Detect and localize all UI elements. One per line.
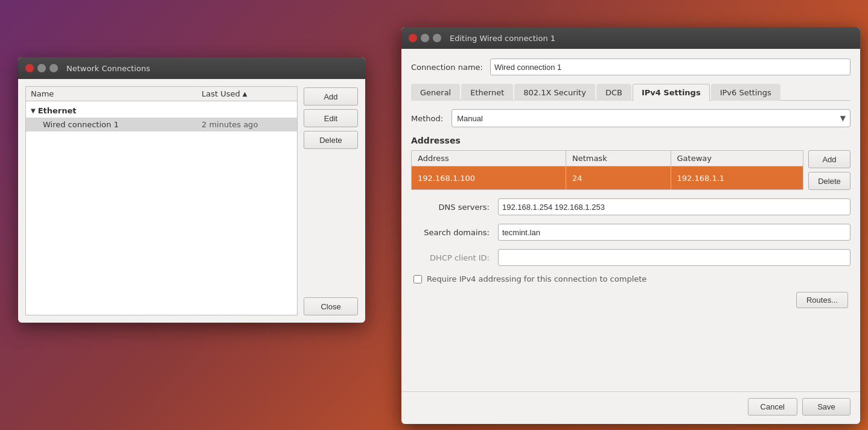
edit-title: Editing Wired connection 1: [450, 34, 555, 43]
method-label: Method:: [411, 114, 443, 123]
nc-close-button[interactable]: [25, 64, 34, 72]
cell-address: 192.168.1.100: [412, 166, 566, 190]
method-select-wrapper: Automatic (DHCP) Manual Link-Local Only …: [452, 109, 850, 127]
routes-button[interactable]: Routes...: [796, 292, 848, 308]
nc-close-button[interactable]: Close: [304, 297, 358, 315]
nc-col-name-header: Name: [31, 89, 202, 98]
col-address: Address: [412, 151, 566, 166]
addresses-table-header-row: Address Netmask Gateway: [412, 151, 803, 166]
expand-icon: ▼: [31, 107, 36, 114]
tab-ethernet[interactable]: Ethernet: [461, 84, 513, 101]
nc-connection-lastused: 2 minutes ago: [202, 120, 292, 129]
addresses-table-wrapper: Address Netmask Gateway 192.168.1.100 24…: [411, 150, 850, 190]
nc-body: Name Last Used ▲ ▼ Ethernet Wired connec…: [18, 79, 365, 323]
dhcp-client-id-label: DHCP client ID:: [411, 253, 490, 262]
edit-window: Editing Wired connection 1 Connection na…: [401, 27, 860, 424]
connection-name-row: Connection name:: [411, 58, 850, 75]
require-ipv4-checkbox[interactable]: [413, 275, 422, 283]
nc-table-body: ▼ Ethernet Wired connection 1 2 minutes …: [26, 101, 297, 315]
dhcp-client-id-row: DHCP client ID:: [411, 249, 850, 266]
nc-title: Network Connections: [66, 64, 150, 73]
col-gateway: Gateway: [671, 151, 803, 166]
ethernet-group-name: Ethernet: [38, 106, 77, 115]
nc-window: Network Connections Name Last Used ▲ ▼ E…: [18, 57, 365, 323]
addresses-section: Addresses Address Netmask Gateway 192.16…: [411, 136, 850, 190]
tab-general[interactable]: General: [411, 84, 460, 101]
addr-add-button[interactable]: Add: [808, 150, 850, 168]
nc-table-header: Name Last Used ▲: [26, 87, 297, 101]
edit-close-button[interactable]: [409, 34, 417, 42]
addresses-table: Address Netmask Gateway 192.168.1.100 24…: [411, 150, 803, 190]
addresses-label: Addresses: [411, 136, 850, 145]
connection-name-input[interactable]: [490, 58, 850, 75]
nc-titlebar: Network Connections: [18, 57, 365, 79]
nc-minimize-button[interactable]: [37, 64, 46, 72]
edit-minimize-button[interactable]: [421, 34, 429, 42]
search-domains-row: Search domains:: [411, 224, 850, 241]
connection-name-label: Connection name:: [411, 63, 483, 72]
tab-ipv6[interactable]: IPv6 Settings: [711, 84, 780, 101]
dhcp-client-id-input[interactable]: [498, 249, 850, 266]
addr-delete-button[interactable]: Delete: [808, 172, 850, 190]
col-netmask: Netmask: [566, 151, 671, 166]
edit-titlebar-buttons: [409, 34, 441, 42]
table-row[interactable]: 192.168.1.100 24 192.168.1.1: [412, 166, 803, 190]
tab-8021x[interactable]: 802.1X Security: [514, 84, 595, 101]
nc-table: Name Last Used ▲ ▼ Ethernet Wired connec…: [25, 86, 298, 315]
sort-arrow-icon: ▲: [243, 90, 247, 97]
nc-connection-name: Wired connection 1: [43, 120, 202, 129]
edit-body: Connection name: General Ethernet 802.1X…: [401, 49, 860, 391]
edit-maximize-button[interactable]: [433, 34, 441, 42]
nc-add-button[interactable]: Add: [304, 87, 358, 106]
require-ipv4-row: Require IPv4 addressing for this connect…: [411, 274, 850, 283]
dns-servers-row: DNS servers:: [411, 198, 850, 215]
cell-netmask: 24: [566, 166, 671, 190]
nc-edit-button[interactable]: Edit: [304, 109, 358, 127]
nc-list-area: Name Last Used ▲ ▼ Ethernet Wired connec…: [25, 86, 298, 315]
cancel-button[interactable]: Cancel: [748, 398, 797, 416]
save-button[interactable]: Save: [802, 398, 850, 416]
routes-row: Routes...: [411, 292, 850, 308]
dns-servers-input[interactable]: [498, 198, 850, 215]
edit-footer: Cancel Save: [401, 391, 860, 424]
search-domains-input[interactable]: [498, 224, 850, 241]
require-ipv4-label: Require IPv4 addressing for this connect…: [427, 274, 646, 283]
method-row: Method: Automatic (DHCP) Manual Link-Loc…: [411, 109, 850, 127]
addr-buttons: Add Delete: [808, 150, 850, 190]
nc-col-lastused-header: Last Used ▲: [202, 89, 292, 98]
nc-connection-row[interactable]: Wired connection 1 2 minutes ago: [26, 118, 297, 131]
cell-gateway: 192.168.1.1: [671, 166, 803, 190]
nc-delete-button[interactable]: Delete: [304, 131, 358, 149]
nc-titlebar-buttons: [25, 64, 58, 72]
tab-dcb[interactable]: DCB: [596, 84, 631, 101]
nc-maximize-button[interactable]: [49, 64, 58, 72]
tab-ipv4[interactable]: IPv4 Settings: [633, 84, 710, 101]
nc-buttons: Add Edit Delete Close: [304, 86, 358, 315]
search-domains-label: Search domains:: [411, 228, 490, 237]
method-select[interactable]: Automatic (DHCP) Manual Link-Local Only …: [452, 109, 850, 127]
edit-titlebar: Editing Wired connection 1: [401, 27, 860, 49]
dns-servers-label: DNS servers:: [411, 203, 490, 212]
ethernet-group-label: ▼ Ethernet: [26, 104, 297, 118]
tabs-bar: General Ethernet 802.1X Security DCB IPv…: [411, 84, 850, 101]
